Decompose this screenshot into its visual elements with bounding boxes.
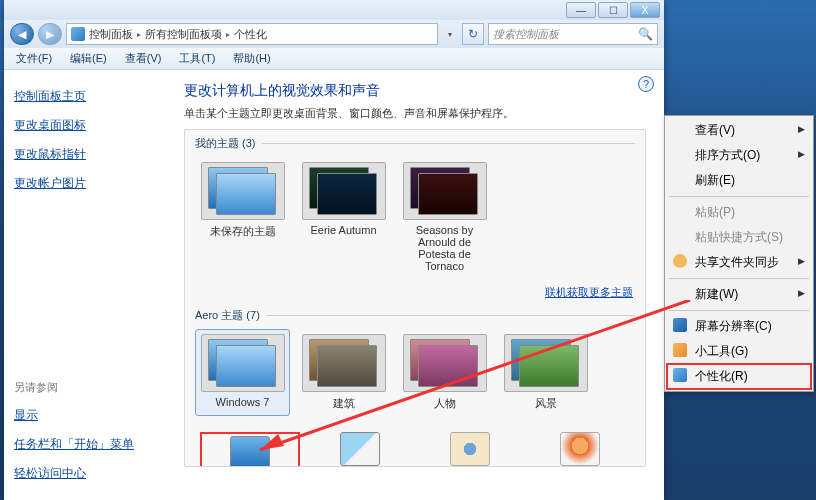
personalization-window: — ☐ X ◀ ▶ 控制面板 ▸ 所有控制面板项 ▸ 个性化 ▾ ↻ 搜索控制面… bbox=[4, 0, 664, 500]
theme-people[interactable]: 人物 bbox=[397, 329, 492, 416]
menu-查看(V)[interactable]: 查看(V) bbox=[117, 49, 170, 68]
titlebar: — ☐ X bbox=[4, 0, 664, 20]
context-item-label: 新建(W) bbox=[695, 287, 738, 301]
context-item[interactable]: 小工具(G) bbox=[667, 339, 811, 364]
context-separator bbox=[669, 196, 809, 197]
context-item-label: 刷新(E) bbox=[695, 173, 735, 187]
sync-icon bbox=[673, 254, 687, 268]
breadcrumb-root[interactable]: 控制面板 bbox=[89, 27, 133, 42]
breadcrumb-sep-icon: ▸ bbox=[137, 30, 141, 39]
help-button[interactable]: ? bbox=[638, 76, 654, 92]
menu-文件(F)[interactable]: 文件(F) bbox=[8, 49, 60, 68]
minimize-button[interactable]: — bbox=[566, 2, 596, 18]
bg-icon bbox=[230, 436, 270, 467]
context-item[interactable]: 新建(W)▶ bbox=[667, 282, 811, 307]
themes-panel: 我的主题 (3) 未保存的主题Eerie AutumnSeasons by Ar… bbox=[184, 129, 646, 467]
group-aero-themes-header: Aero 主题 (7) bbox=[185, 302, 645, 325]
context-item-label: 查看(V) bbox=[695, 123, 735, 137]
close-button[interactable]: X bbox=[630, 2, 660, 18]
context-separator bbox=[669, 278, 809, 279]
page-subtitle: 单击某个主题立即更改桌面背景、窗口颜色、声音和屏幕保护程序。 bbox=[184, 106, 646, 121]
setting-color[interactable]: 窗口颜色天空 bbox=[310, 432, 410, 467]
theme-label: Seasons by Arnould de Potesta de Tornaco bbox=[400, 224, 489, 272]
setting-bg[interactable]: 桌面背景Harmony bbox=[200, 432, 300, 467]
theme-label: 未保存的主题 bbox=[198, 224, 287, 239]
sidebar-link[interactable]: 更改鼠标指针 bbox=[14, 140, 156, 169]
theme-win7[interactable]: 未保存的主题 bbox=[195, 157, 290, 277]
submenu-arrow-icon: ▶ bbox=[798, 124, 805, 134]
menubar: 文件(F)编辑(E)查看(V)工具(T)帮助(H) bbox=[4, 48, 664, 70]
context-item[interactable]: 屏幕分辨率(C) bbox=[667, 314, 811, 339]
context-item-label: 屏幕分辨率(C) bbox=[695, 319, 772, 333]
pers-icon bbox=[673, 368, 687, 382]
desktop-context-menu: 查看(V)▶排序方式(O)▶刷新(E)粘贴(P)粘贴快捷方式(S)共享文件夹同步… bbox=[664, 115, 814, 392]
sidebar-seealso-header: 另请参阅 bbox=[14, 376, 156, 401]
menu-编辑(E)[interactable]: 编辑(E) bbox=[62, 49, 115, 68]
search-input[interactable]: 搜索控制面板 🔍 bbox=[488, 23, 658, 45]
context-item: 粘贴(P) bbox=[667, 200, 811, 225]
refresh-button[interactable]: ↻ bbox=[462, 23, 484, 45]
sidebar: 控制面板主页更改桌面图标更改鼠标指针更改帐户图片另请参阅显示任务栏和「开始」菜单… bbox=[4, 70, 166, 500]
context-item: 粘贴快捷方式(S) bbox=[667, 225, 811, 250]
sidebar-link[interactable]: 更改帐户图片 bbox=[14, 169, 156, 198]
breadcrumb-mid[interactable]: 所有控制面板项 bbox=[145, 27, 222, 42]
get-more-themes-link[interactable]: 联机获取更多主题 bbox=[185, 285, 645, 302]
theme-arch[interactable]: 建筑 bbox=[296, 329, 391, 416]
address-dropdown-button[interactable]: ▾ bbox=[442, 30, 458, 39]
context-item-label: 个性化(R) bbox=[695, 369, 748, 383]
saver-icon bbox=[560, 432, 600, 466]
context-item[interactable]: 共享文件夹同步▶ bbox=[667, 250, 811, 275]
context-item-label: 共享文件夹同步 bbox=[695, 255, 779, 269]
breadcrumb-leaf[interactable]: 个性化 bbox=[234, 27, 267, 42]
theme-label: Eerie Autumn bbox=[299, 224, 388, 236]
group-my-themes-header: 我的主题 (3) bbox=[185, 130, 645, 153]
control-panel-icon bbox=[71, 27, 85, 41]
submenu-arrow-icon: ▶ bbox=[798, 256, 805, 266]
page-title: 更改计算机上的视觉效果和声音 bbox=[184, 82, 646, 100]
context-item-label: 小工具(G) bbox=[695, 344, 748, 358]
sidebar-link[interactable]: 更改桌面图标 bbox=[14, 111, 156, 140]
theme-eerie[interactable]: Eerie Autumn bbox=[296, 157, 391, 277]
sidebar-link[interactable]: 任务栏和「开始」菜单 bbox=[14, 430, 156, 459]
content-area: ? 更改计算机上的视觉效果和声音 单击某个主题立即更改桌面背景、窗口颜色、声音和… bbox=[166, 70, 664, 500]
theme-win7[interactable]: Windows 7 bbox=[195, 329, 290, 416]
search-icon[interactable]: 🔍 bbox=[638, 27, 653, 41]
nav-back-button[interactable]: ◀ bbox=[10, 23, 34, 45]
menu-工具(T)[interactable]: 工具(T) bbox=[171, 49, 223, 68]
theme-seasons[interactable]: Seasons by Arnould de Potesta de Tornaco bbox=[397, 157, 492, 277]
breadcrumb-sep-icon: ▸ bbox=[226, 30, 230, 39]
context-item[interactable]: 排序方式(O)▶ bbox=[667, 143, 811, 168]
theme-label: 风景 bbox=[501, 396, 590, 411]
theme-label: 建筑 bbox=[299, 396, 388, 411]
submenu-arrow-icon: ▶ bbox=[798, 149, 805, 159]
sidebar-link[interactable]: 控制面板主页 bbox=[14, 82, 156, 111]
gadget-icon bbox=[673, 343, 687, 357]
res-icon bbox=[673, 318, 687, 332]
theme-thumbnail bbox=[403, 162, 487, 220]
setting-saver[interactable]: 屏幕保护程序无 bbox=[530, 432, 630, 467]
context-item-label: 排序方式(O) bbox=[695, 148, 760, 162]
context-separator bbox=[669, 310, 809, 311]
setting-sound[interactable]: 声音Windows 默认 bbox=[420, 432, 520, 467]
sidebar-link[interactable]: 显示 bbox=[14, 401, 156, 430]
context-item[interactable]: 个性化(R) bbox=[667, 364, 811, 389]
theme-thumbnail bbox=[201, 334, 285, 392]
address-bar: ◀ ▶ 控制面板 ▸ 所有控制面板项 ▸ 个性化 ▾ ↻ 搜索控制面板 🔍 bbox=[4, 20, 664, 48]
theme-thumbnail bbox=[201, 162, 285, 220]
theme-land[interactable]: 风景 bbox=[498, 329, 593, 416]
color-icon bbox=[340, 432, 380, 466]
menu-帮助(H)[interactable]: 帮助(H) bbox=[225, 49, 278, 68]
context-item[interactable]: 查看(V)▶ bbox=[667, 118, 811, 143]
search-placeholder: 搜索控制面板 bbox=[493, 27, 559, 42]
submenu-arrow-icon: ▶ bbox=[798, 288, 805, 298]
maximize-button[interactable]: ☐ bbox=[598, 2, 628, 18]
theme-label: 人物 bbox=[400, 396, 489, 411]
theme-thumbnail bbox=[302, 162, 386, 220]
nav-forward-button: ▶ bbox=[38, 23, 62, 45]
context-item-label: 粘贴快捷方式(S) bbox=[695, 230, 783, 244]
theme-thumbnail bbox=[302, 334, 386, 392]
sidebar-link[interactable]: 轻松访问中心 bbox=[14, 459, 156, 488]
address-field[interactable]: 控制面板 ▸ 所有控制面板项 ▸ 个性化 bbox=[66, 23, 438, 45]
context-item[interactable]: 刷新(E) bbox=[667, 168, 811, 193]
theme-thumbnail bbox=[504, 334, 588, 392]
